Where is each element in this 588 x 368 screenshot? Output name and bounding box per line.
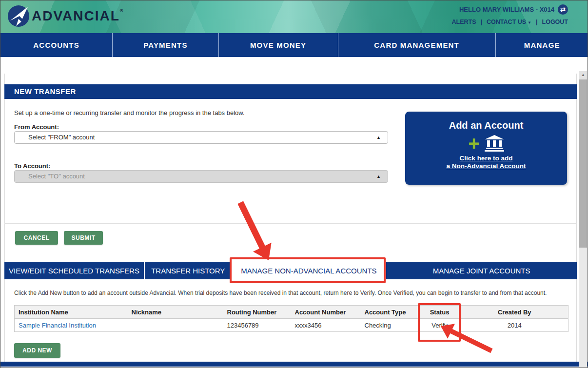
advancial-logo-icon	[7, 5, 30, 27]
footer-bar	[0, 362, 588, 367]
bank-icon	[485, 135, 504, 152]
scrollbar-thumb[interactable]	[579, 79, 587, 248]
tab-transfer-history[interactable]: TRANSFER HISTORY	[145, 262, 232, 279]
add-new-button[interactable]: ADD NEW	[14, 343, 60, 358]
from-account-label: From Account:	[14, 123, 59, 131]
logout-link[interactable]: LOGOUT	[542, 19, 568, 25]
content-border-right	[576, 74, 577, 362]
account-number-cell: xxxx3456	[291, 319, 361, 332]
table-row: Sample Financial Institution 123456789 x…	[15, 319, 568, 332]
header-links: ALERTS | CONTACT US▼ | LOGOUT	[452, 19, 568, 25]
nav-item-accounts[interactable]: ACCOUNTS	[0, 33, 112, 57]
table-header-row: Institution Name Nickname Routing Number…	[15, 306, 568, 319]
col-created-by: Created By	[461, 306, 568, 319]
nav-item-manage[interactable]: MANAGE	[495, 33, 588, 57]
user-greeting: HELLO MARY WILLIAMS - X014 ⇄	[452, 4, 568, 15]
brand-wordmark: ADVANCIAL®	[32, 8, 124, 24]
arrow-shaft	[237, 201, 265, 249]
tab-view-edit-scheduled-transfers[interactable]: VIEW/EDIT SCHEDULED TRANSFERS	[4, 262, 145, 279]
nickname-cell	[128, 319, 223, 332]
scrollbar[interactable]: ▲	[579, 71, 587, 368]
add-account-title: Add an Account	[405, 120, 567, 131]
routing-number-cell: 123456789	[223, 319, 291, 332]
alerts-link[interactable]: ALERTS	[452, 19, 476, 25]
advancial-logo[interactable]: ADVANCIAL®	[7, 5, 124, 27]
content-border-left	[4, 74, 5, 362]
header: ADVANCIAL® HELLO MARY WILLIAMS - X014 ⇄ …	[0, 0, 588, 33]
non-advancial-accounts-table: Institution Name Nickname Routing Number…	[14, 305, 568, 332]
divider: |	[536, 19, 538, 25]
new-transfer-intro: Set up a one-time or recurring transfer …	[14, 109, 245, 116]
col-status: Status	[418, 306, 461, 319]
member-code[interactable]: X014	[540, 6, 554, 14]
transfer-tabs: VIEW/EDIT SCHEDULED TRANSFERS TRANSFER H…	[4, 262, 577, 279]
greeting-text: HELLO MARY WILLIAMS - X014	[459, 6, 554, 13]
online-banking-page: ADVANCIAL® HELLO MARY WILLIAMS - X014 ⇄ …	[0, 0, 588, 368]
from-account-value: Select "FROM" account	[28, 134, 95, 141]
submit-button[interactable]: SUBMIT	[64, 231, 103, 245]
divider: |	[481, 19, 483, 25]
registered-mark: ®	[120, 8, 124, 13]
contact-us-link[interactable]: CONTACT US▼	[487, 19, 531, 25]
add-non-advancial-link[interactable]: Click here to add a Non-Advancial Accoun…	[405, 155, 567, 170]
to-account-select[interactable]: Select "TO" account ▲	[14, 170, 388, 183]
main-nav: ACCOUNTS PAYMENTS MOVE MONEY CARD MANAGE…	[0, 33, 588, 57]
manage-accounts-intro: Click the Add New button to add an accou…	[14, 290, 572, 296]
from-account-select[interactable]: Select "FROM" account ▲	[14, 131, 388, 144]
annotation-arrow-to-tab	[231, 198, 278, 265]
arrow-shaft	[450, 329, 492, 353]
nav-item-payments[interactable]: PAYMENTS	[112, 33, 218, 57]
switch-accounts-icon[interactable]: ⇄	[558, 4, 568, 15]
add-account-panel[interactable]: Add an Account + Click here to add a Non…	[405, 112, 567, 185]
status-cell[interactable]: Verify	[418, 319, 461, 332]
col-institution-name: Institution Name	[15, 306, 128, 319]
add-account-icons: +	[405, 135, 567, 152]
header-right: HELLO MARY WILLIAMS - X014 ⇄ ALERTS | CO…	[452, 4, 568, 25]
cancel-button[interactable]: CANCEL	[15, 231, 58, 245]
col-account-type: Account Type	[361, 306, 418, 319]
institution-name-link[interactable]: Sample Financial Institution	[19, 322, 96, 329]
account-type-cell: Checking	[361, 319, 418, 332]
panel-divider	[4, 223, 577, 224]
col-nickname: Nickname	[128, 306, 223, 319]
dropdown-caret-icon: ▲	[376, 136, 381, 140]
tab-manage-non-advancial-accounts[interactable]: MANAGE NON-ADVANCIAL ACCOUNTS	[232, 262, 385, 279]
dropdown-caret-icon: ▲	[376, 174, 381, 179]
nav-item-move-money[interactable]: MOVE MONEY	[218, 33, 338, 57]
col-account-number: Account Number	[291, 306, 361, 319]
created-by-cell: 2014	[461, 319, 568, 332]
to-account-label: To Account:	[14, 162, 50, 170]
scrollbar-up-icon[interactable]: ▲	[579, 71, 587, 79]
plus-icon: +	[468, 136, 479, 151]
col-routing-number: Routing Number	[223, 306, 291, 319]
to-account-value: Select "TO" account	[28, 173, 85, 180]
chevron-down-icon: ▼	[528, 20, 531, 25]
tab-manage-joint-accounts[interactable]: MANAGE JOINT ACCOUNTS	[385, 262, 577, 279]
nav-item-card-management[interactable]: CARD MANAGEMENT	[338, 33, 495, 57]
new-transfer-title-bar: NEW TRANSFER	[4, 84, 577, 99]
